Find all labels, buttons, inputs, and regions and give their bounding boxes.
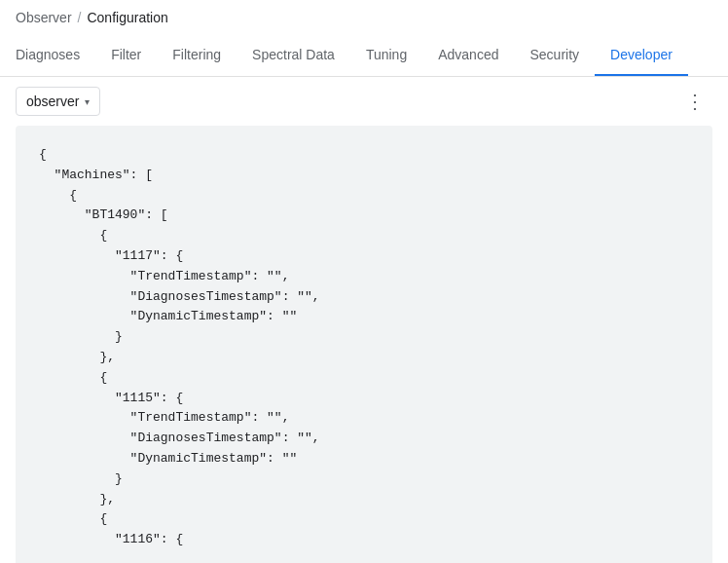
more-options-button[interactable]: ⋮ [677,88,712,115]
code-line: }, [39,490,689,510]
code-line: "Machines": [ [39,166,689,186]
breadcrumb-current: Configuration [87,10,167,25]
code-line: "1116": { [39,530,689,550]
chevron-down-icon: ▾ [85,96,90,107]
tabs-bar: Diagnoses Filter Filtering Spectral Data… [0,35,728,77]
tab-security[interactable]: Security [514,35,595,77]
code-line: { [39,145,689,166]
code-line: { [39,226,689,246]
code-line: "BT1490": [ [39,206,689,226]
breadcrumb: Observer / Configuration [0,0,728,35]
tab-tuning[interactable]: Tuning [350,35,422,77]
code-line: } [39,327,689,348]
tab-advanced[interactable]: Advanced [422,35,514,77]
code-line: } [39,469,689,490]
tab-diagnoses[interactable]: Diagnoses [0,35,95,77]
tab-filter[interactable]: Filter [95,35,157,77]
tab-spectral-data[interactable]: Spectral Data [237,35,350,77]
observer-dropdown[interactable]: observer ▾ [16,87,100,116]
code-line: "TrendTimestamp": "", [39,267,689,287]
code-line: "TrendTimestamp": "", [39,408,689,429]
breadcrumb-parent[interactable]: Observer [16,10,72,25]
dropdown-label: observer [26,94,79,109]
code-panel: { "Machines": [ { "BT1490": [ { "1117": … [16,126,712,563]
tab-developer[interactable]: Developer [595,35,688,77]
code-line: }, [39,348,689,368]
code-line: "1117": { [39,246,689,267]
toolbar: observer ▾ ⋮ [0,77,728,126]
code-line: "DiagnosesTimestamp": "", [39,287,689,308]
breadcrumb-separator: / [78,10,82,25]
code-line: "DynamicTimestamp": "" [39,307,689,327]
code-line: { [39,186,689,206]
code-line: "DynamicTimestamp": "" [39,449,689,469]
tab-filtering[interactable]: Filtering [157,35,237,77]
code-line: "1115": { [39,389,689,409]
code-line: "DiagnosesTimestamp": "", [39,429,689,449]
code-line: { [39,368,689,389]
code-line: { [39,509,689,530]
